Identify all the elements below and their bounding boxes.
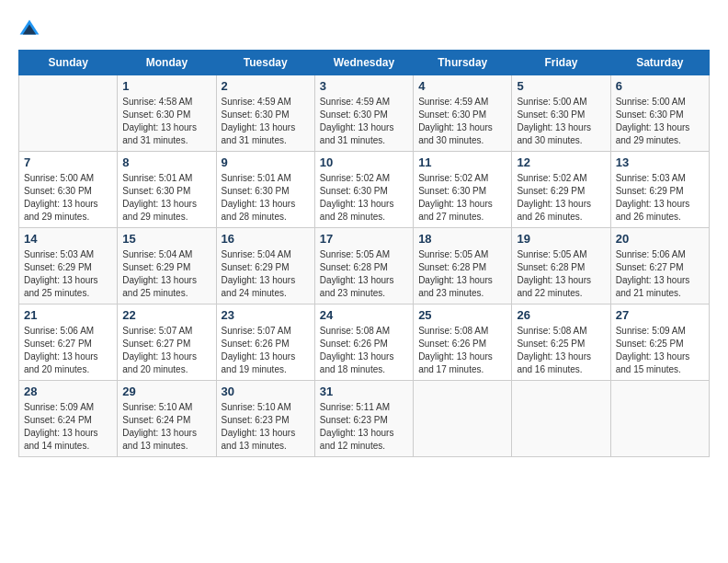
calendar-header: SundayMondayTuesdayWednesdayThursdayFrid…	[19, 51, 710, 75]
day-info: Sunrise: 5:09 AM Sunset: 6:25 PM Dayligh…	[616, 325, 704, 376]
day-number: 7	[24, 155, 112, 169]
day-info: Sunrise: 5:07 AM Sunset: 6:27 PM Dayligh…	[122, 325, 210, 376]
header-cell-friday: Friday	[512, 51, 610, 75]
day-number: 14	[24, 232, 112, 246]
day-number: 2	[222, 79, 310, 93]
day-info: Sunrise: 5:11 AM Sunset: 6:23 PM Dayligh…	[320, 401, 408, 453]
day-cell: 23Sunrise: 5:07 AM Sunset: 6:26 PM Dayli…	[216, 304, 314, 381]
day-cell: 21Sunrise: 5:06 AM Sunset: 6:27 PM Dayli…	[19, 304, 118, 381]
day-number: 26	[517, 308, 605, 322]
day-info: Sunrise: 5:08 AM Sunset: 6:26 PM Dayligh…	[320, 325, 408, 376]
day-cell: 26Sunrise: 5:08 AM Sunset: 6:25 PM Dayli…	[512, 304, 610, 381]
day-number: 20	[616, 232, 704, 246]
day-info: Sunrise: 5:05 AM Sunset: 6:28 PM Dayligh…	[517, 248, 605, 300]
day-cell: 11Sunrise: 5:02 AM Sunset: 6:30 PM Dayli…	[414, 152, 512, 228]
day-number: 8	[122, 155, 210, 169]
day-cell: 5Sunrise: 5:00 AM Sunset: 6:30 PM Daylig…	[512, 75, 610, 152]
logo-icon	[18, 18, 40, 40]
day-cell: 18Sunrise: 5:05 AM Sunset: 6:28 PM Dayli…	[414, 228, 512, 304]
day-info: Sunrise: 5:01 AM Sunset: 6:30 PM Dayligh…	[122, 172, 210, 224]
day-cell: 10Sunrise: 5:02 AM Sunset: 6:30 PM Dayli…	[314, 152, 413, 228]
day-cell: 8Sunrise: 5:01 AM Sunset: 6:30 PM Daylig…	[118, 152, 216, 228]
day-cell: 29Sunrise: 5:10 AM Sunset: 6:24 PM Dayli…	[118, 381, 216, 457]
day-number: 30	[222, 385, 310, 398]
day-cell: 30Sunrise: 5:10 AM Sunset: 6:23 PM Dayli…	[216, 381, 314, 457]
day-number: 16	[222, 232, 310, 246]
day-cell: 28Sunrise: 5:09 AM Sunset: 6:24 PM Dayli…	[19, 381, 118, 457]
header	[18, 18, 710, 40]
day-cell: 19Sunrise: 5:05 AM Sunset: 6:28 PM Dayli…	[512, 228, 610, 304]
day-info: Sunrise: 4:59 AM Sunset: 6:30 PM Dayligh…	[320, 96, 408, 147]
day-info: Sunrise: 5:06 AM Sunset: 6:27 PM Dayligh…	[616, 248, 704, 300]
day-number: 10	[320, 155, 408, 169]
day-info: Sunrise: 4:59 AM Sunset: 6:30 PM Dayligh…	[222, 96, 310, 147]
day-info: Sunrise: 4:58 AM Sunset: 6:30 PM Dayligh…	[122, 96, 210, 147]
calendar-body: 1Sunrise: 4:58 AM Sunset: 6:30 PM Daylig…	[19, 75, 710, 457]
header-cell-sunday: Sunday	[19, 51, 118, 75]
day-info: Sunrise: 5:10 AM Sunset: 6:24 PM Dayligh…	[122, 401, 210, 453]
day-number: 28	[24, 385, 112, 398]
day-number: 12	[517, 155, 605, 169]
day-cell: 1Sunrise: 4:58 AM Sunset: 6:30 PM Daylig…	[118, 75, 216, 152]
day-number: 24	[320, 308, 408, 322]
day-info: Sunrise: 5:06 AM Sunset: 6:27 PM Dayligh…	[24, 325, 112, 376]
day-info: Sunrise: 5:05 AM Sunset: 6:28 PM Dayligh…	[418, 248, 506, 300]
day-cell: 2Sunrise: 4:59 AM Sunset: 6:30 PM Daylig…	[216, 75, 314, 152]
day-number: 3	[320, 79, 408, 93]
header-cell-thursday: Thursday	[414, 51, 512, 75]
day-cell	[414, 381, 512, 457]
day-cell: 12Sunrise: 5:02 AM Sunset: 6:29 PM Dayli…	[512, 152, 610, 228]
day-number: 25	[418, 308, 506, 322]
day-number: 6	[616, 79, 704, 93]
day-number: 18	[418, 232, 506, 246]
logo	[18, 18, 44, 40]
header-cell-tuesday: Tuesday	[216, 51, 314, 75]
day-info: Sunrise: 5:00 AM Sunset: 6:30 PM Dayligh…	[616, 96, 704, 147]
day-number: 13	[616, 155, 704, 169]
week-row-2: 7Sunrise: 5:00 AM Sunset: 6:30 PM Daylig…	[19, 152, 710, 228]
header-cell-wednesday: Wednesday	[314, 51, 413, 75]
day-info: Sunrise: 5:02 AM Sunset: 6:29 PM Dayligh…	[517, 172, 605, 224]
calendar-table: SundayMondayTuesdayWednesdayThursdayFrid…	[18, 50, 710, 457]
week-row-3: 14Sunrise: 5:03 AM Sunset: 6:29 PM Dayli…	[19, 228, 710, 304]
week-row-4: 21Sunrise: 5:06 AM Sunset: 6:27 PM Dayli…	[19, 304, 710, 381]
day-info: Sunrise: 5:05 AM Sunset: 6:28 PM Dayligh…	[320, 248, 408, 300]
header-row: SundayMondayTuesdayWednesdayThursdayFrid…	[19, 51, 710, 75]
day-number: 15	[122, 232, 210, 246]
day-cell	[512, 381, 610, 457]
day-cell: 24Sunrise: 5:08 AM Sunset: 6:26 PM Dayli…	[314, 304, 413, 381]
day-cell: 31Sunrise: 5:11 AM Sunset: 6:23 PM Dayli…	[314, 381, 413, 457]
day-cell: 14Sunrise: 5:03 AM Sunset: 6:29 PM Dayli…	[19, 228, 118, 304]
day-number: 31	[320, 385, 408, 398]
day-number: 23	[222, 308, 310, 322]
day-cell: 15Sunrise: 5:04 AM Sunset: 6:29 PM Dayli…	[118, 228, 216, 304]
day-info: Sunrise: 5:08 AM Sunset: 6:26 PM Dayligh…	[418, 325, 506, 376]
day-number: 9	[222, 155, 310, 169]
day-cell	[19, 75, 118, 152]
header-cell-saturday: Saturday	[610, 51, 709, 75]
day-cell: 7Sunrise: 5:00 AM Sunset: 6:30 PM Daylig…	[19, 152, 118, 228]
day-info: Sunrise: 5:09 AM Sunset: 6:24 PM Dayligh…	[24, 401, 112, 453]
day-number: 21	[24, 308, 112, 322]
day-number: 4	[418, 79, 506, 93]
day-cell: 13Sunrise: 5:03 AM Sunset: 6:29 PM Dayli…	[610, 152, 709, 228]
day-info: Sunrise: 5:10 AM Sunset: 6:23 PM Dayligh…	[222, 401, 310, 453]
day-cell: 20Sunrise: 5:06 AM Sunset: 6:27 PM Dayli…	[610, 228, 709, 304]
week-row-5: 28Sunrise: 5:09 AM Sunset: 6:24 PM Dayli…	[19, 381, 710, 457]
day-info: Sunrise: 5:03 AM Sunset: 6:29 PM Dayligh…	[616, 172, 704, 224]
day-info: Sunrise: 5:02 AM Sunset: 6:30 PM Dayligh…	[418, 172, 506, 224]
day-number: 19	[517, 232, 605, 246]
day-cell: 25Sunrise: 5:08 AM Sunset: 6:26 PM Dayli…	[414, 304, 512, 381]
day-cell: 9Sunrise: 5:01 AM Sunset: 6:30 PM Daylig…	[216, 152, 314, 228]
day-cell: 4Sunrise: 4:59 AM Sunset: 6:30 PM Daylig…	[414, 75, 512, 152]
day-info: Sunrise: 5:04 AM Sunset: 6:29 PM Dayligh…	[222, 248, 310, 300]
week-row-1: 1Sunrise: 4:58 AM Sunset: 6:30 PM Daylig…	[19, 75, 710, 152]
day-info: Sunrise: 5:02 AM Sunset: 6:30 PM Dayligh…	[320, 172, 408, 224]
header-cell-monday: Monday	[118, 51, 216, 75]
day-cell: 16Sunrise: 5:04 AM Sunset: 6:29 PM Dayli…	[216, 228, 314, 304]
day-cell: 6Sunrise: 5:00 AM Sunset: 6:30 PM Daylig…	[610, 75, 709, 152]
day-cell: 17Sunrise: 5:05 AM Sunset: 6:28 PM Dayli…	[314, 228, 413, 304]
day-info: Sunrise: 4:59 AM Sunset: 6:30 PM Dayligh…	[418, 96, 506, 147]
day-cell: 22Sunrise: 5:07 AM Sunset: 6:27 PM Dayli…	[118, 304, 216, 381]
day-number: 29	[122, 385, 210, 398]
